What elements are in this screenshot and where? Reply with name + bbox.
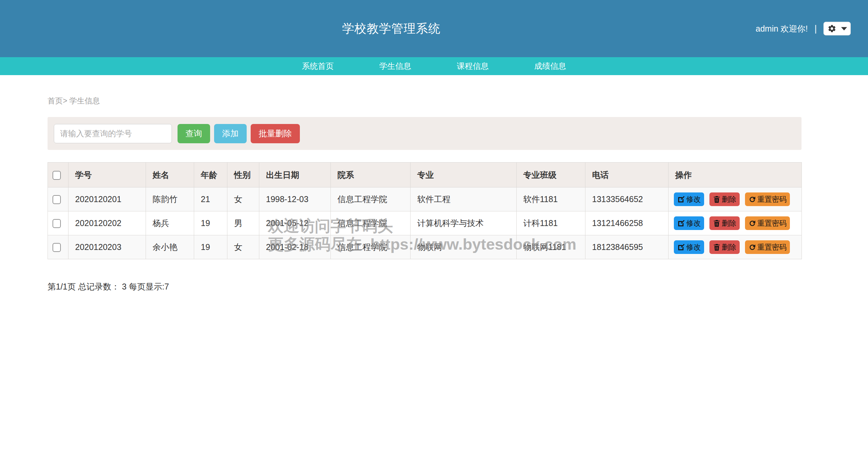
edit-button[interactable]: 修改 bbox=[674, 216, 704, 230]
cell-major: 物联网 bbox=[410, 235, 517, 259]
trash-icon bbox=[713, 219, 721, 227]
cell-age: 19 bbox=[194, 211, 227, 235]
cell-name: 杨兵 bbox=[146, 211, 194, 235]
col-header-age: 年龄 bbox=[194, 162, 227, 187]
col-header-phone: 电话 bbox=[585, 162, 669, 187]
reset-password-button[interactable]: 重置密码 bbox=[745, 216, 790, 230]
breadcrumb: 首页>学生信息 bbox=[48, 96, 868, 106]
search-input[interactable] bbox=[54, 124, 172, 143]
cell-phone: 13133564652 bbox=[585, 187, 669, 211]
col-header-major: 专业 bbox=[410, 162, 517, 187]
welcome-text: admin 欢迎你! bbox=[756, 23, 808, 34]
edit-button[interactable]: 修改 bbox=[674, 240, 704, 254]
cell-age: 19 bbox=[194, 235, 227, 259]
cell-name: 余小艳 bbox=[146, 235, 194, 259]
edit-icon bbox=[677, 219, 685, 227]
header: 学校教学管理系统 admin 欢迎你! | bbox=[0, 0, 868, 57]
edit-button-label: 修改 bbox=[686, 194, 701, 205]
pagination-summary: 第1/1页 总记录数： 3 每页显示:7 bbox=[48, 281, 868, 292]
table-row: 2020120202 杨兵 19 男 2001-05-12 信息工程学院 计算机… bbox=[48, 211, 802, 235]
cell-dept: 信息工程学院 bbox=[331, 235, 410, 259]
col-header-gender: 性别 bbox=[227, 162, 259, 187]
cell-birth: 1998-12-03 bbox=[259, 187, 331, 211]
cell-actions: 修改 删除 重置密码 bbox=[669, 211, 802, 235]
nav-item-courses[interactable]: 课程信息 bbox=[434, 57, 512, 75]
delete-button-label: 删除 bbox=[722, 194, 736, 205]
cell-phone: 18123846595 bbox=[585, 235, 669, 259]
cell-major: 计算机科学与技术 bbox=[410, 211, 517, 235]
cell-actions: 修改 删除 重置密码 bbox=[669, 235, 802, 259]
cell-gender: 男 bbox=[227, 211, 259, 235]
col-header-actions: 操作 bbox=[669, 162, 802, 187]
col-header-class: 专业班级 bbox=[517, 162, 585, 187]
row-checkbox[interactable] bbox=[53, 243, 61, 252]
table-header-row: 学号 姓名 年龄 性别 出生日期 院系 专业 专业班级 电话 操作 bbox=[48, 162, 802, 187]
reset-icon bbox=[748, 243, 756, 251]
reset-password-button[interactable]: 重置密码 bbox=[745, 192, 790, 206]
cell-dept: 信息工程学院 bbox=[331, 211, 410, 235]
cell-class: 计科1181 bbox=[517, 211, 585, 235]
search-toolbar: 查询 添加 批量删除 bbox=[48, 117, 802, 150]
nav-item-students[interactable]: 学生信息 bbox=[357, 57, 434, 75]
cell-id: 2020120203 bbox=[68, 235, 146, 259]
row-checkbox[interactable] bbox=[53, 219, 61, 228]
separator: | bbox=[814, 24, 817, 34]
table-row: 2020120201 陈韵竹 21 女 1998-12-03 信息工程学院 软件… bbox=[48, 187, 802, 211]
add-button[interactable]: 添加 bbox=[214, 124, 247, 143]
breadcrumb-home[interactable]: 首页> bbox=[48, 96, 67, 105]
edit-button-label: 修改 bbox=[686, 218, 701, 228]
reset-icon bbox=[748, 195, 756, 204]
row-checkbox[interactable] bbox=[53, 195, 61, 204]
students-table: 学号 姓名 年龄 性别 出生日期 院系 专业 专业班级 电话 操作 202012… bbox=[48, 162, 802, 259]
table-row: 2020120203 余小艳 19 女 2001-02-18 信息工程学院 物联… bbox=[48, 235, 802, 259]
col-header-birth: 出生日期 bbox=[259, 162, 331, 187]
nav-item-home[interactable]: 系统首页 bbox=[279, 57, 357, 75]
trash-icon bbox=[713, 195, 721, 204]
row-select-cell bbox=[48, 211, 68, 235]
delete-button[interactable]: 删除 bbox=[709, 216, 740, 230]
cell-id: 2020120201 bbox=[68, 187, 146, 211]
table-body: 2020120201 陈韵竹 21 女 1998-12-03 信息工程学院 软件… bbox=[48, 187, 802, 259]
cell-birth: 2001-02-18 bbox=[259, 235, 331, 259]
col-header-dept: 院系 bbox=[331, 162, 410, 187]
main-nav: 系统首页 学生信息 课程信息 成绩信息 bbox=[0, 57, 868, 75]
admin-area: admin 欢迎你! | bbox=[756, 22, 851, 36]
delete-button[interactable]: 删除 bbox=[709, 240, 740, 254]
edit-icon bbox=[677, 243, 685, 251]
page-title: 学校教学管理系统 bbox=[342, 21, 440, 37]
cell-actions: 修改 删除 重置密码 bbox=[669, 187, 802, 211]
cell-gender: 女 bbox=[227, 187, 259, 211]
nav-item-grades[interactable]: 成绩信息 bbox=[512, 57, 589, 75]
cell-phone: 13121466258 bbox=[585, 211, 669, 235]
reset-password-button[interactable]: 重置密码 bbox=[745, 240, 790, 254]
reset-password-button-label: 重置密码 bbox=[757, 194, 786, 205]
cell-class: 软件1181 bbox=[517, 187, 585, 211]
select-all-checkbox[interactable] bbox=[53, 171, 61, 180]
edit-icon bbox=[677, 195, 685, 204]
col-header-id: 学号 bbox=[68, 162, 146, 187]
reset-password-button-label: 重置密码 bbox=[757, 218, 786, 228]
reset-password-button-label: 重置密码 bbox=[757, 242, 786, 252]
row-select-cell bbox=[48, 235, 68, 259]
cell-id: 2020120202 bbox=[68, 211, 146, 235]
cell-name: 陈韵竹 bbox=[146, 187, 194, 211]
trash-icon bbox=[713, 243, 721, 251]
gear-icon bbox=[828, 24, 836, 33]
breadcrumb-current: 学生信息 bbox=[69, 96, 100, 105]
query-button[interactable]: 查询 bbox=[178, 124, 210, 143]
cell-major: 软件工程 bbox=[410, 187, 517, 211]
delete-button-label: 删除 bbox=[722, 218, 736, 228]
settings-button[interactable] bbox=[824, 22, 851, 36]
row-select-cell bbox=[48, 187, 68, 211]
select-all-cell bbox=[48, 162, 68, 187]
col-header-name: 姓名 bbox=[146, 162, 194, 187]
edit-button[interactable]: 修改 bbox=[674, 192, 704, 206]
batch-delete-button[interactable]: 批量删除 bbox=[251, 124, 300, 143]
cell-gender: 女 bbox=[227, 235, 259, 259]
reset-icon bbox=[748, 219, 756, 227]
delete-button[interactable]: 删除 bbox=[709, 192, 740, 206]
delete-button-label: 删除 bbox=[722, 242, 736, 252]
caret-down-icon bbox=[841, 27, 847, 30]
cell-age: 21 bbox=[194, 187, 227, 211]
cell-dept: 信息工程学院 bbox=[331, 187, 410, 211]
